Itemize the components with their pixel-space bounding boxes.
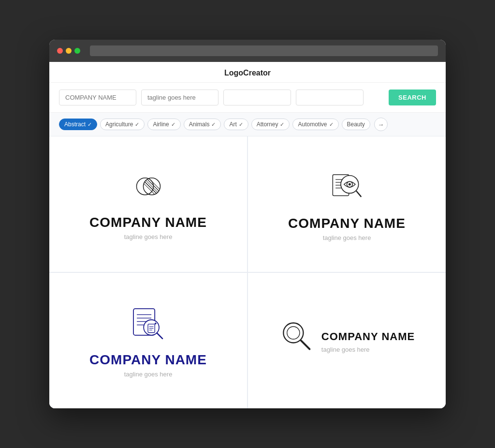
logo-card-3[interactable]: ✦ COMPANY NAME tagline goes here (49, 273, 247, 408)
logo-tagline-2: tagline goes here (323, 234, 371, 241)
svg-line-18 (357, 191, 361, 196)
filter-tag-beauty[interactable]: Beauty (342, 119, 370, 130)
check-icon-abstract: ✓ (87, 121, 92, 128)
logo-tagline-3: tagline goes here (124, 371, 173, 378)
check-icon-agriculture: ✓ (135, 121, 139, 128)
search-button[interactable]: SEARCH (389, 90, 436, 105)
logo-company-name-2: COMPANY NAME (288, 216, 406, 231)
filter-label-attorney: Attorney (257, 121, 278, 128)
filter-label-agriculture: Agriculture (105, 121, 133, 128)
filter-label-art: Art (229, 121, 236, 128)
filter-tag-airline[interactable]: Airline ✓ (147, 119, 180, 130)
company-name-input[interactable] (59, 90, 136, 105)
filter-label-animals: Animals (189, 121, 210, 128)
logo-company-name-3: COMPANY NAME (89, 352, 207, 368)
filter-label-automotive: Automotive (298, 121, 327, 128)
logo-icon-4 (279, 319, 313, 355)
logo-icon-2 (329, 169, 365, 207)
check-icon-automotive: ✓ (329, 121, 334, 128)
check-icon-attorney: ✓ (280, 121, 284, 128)
url-bar (90, 45, 438, 56)
filter-tag-agriculture[interactable]: Agriculture ✓ (100, 119, 145, 130)
titlebar (49, 40, 446, 62)
logo-tagline-4: tagline goes here (321, 346, 370, 353)
close-button[interactable] (57, 48, 63, 54)
traffic-lights (57, 48, 80, 54)
svg-point-17 (349, 183, 351, 186)
filter-tag-automotive[interactable]: Automotive ✓ (292, 119, 338, 130)
fullscreen-button[interactable] (74, 48, 80, 54)
svg-point-31 (283, 323, 303, 343)
app-title-text: LogoCreator (224, 69, 271, 77)
filter-tag-animals[interactable]: Animals ✓ (184, 119, 221, 130)
extra-input-1[interactable] (223, 90, 291, 105)
filter-bar: Abstract ✓ Agriculture ✓ Airline ✓ Anima… (49, 113, 446, 136)
app-window: LogoCreator SEARCH Abstract ✓ Agricultur… (49, 40, 446, 408)
extra-input-2[interactable] (296, 90, 364, 105)
filter-tag-abstract[interactable]: Abstract ✓ (59, 119, 97, 130)
filter-label-airline: Airline (153, 121, 169, 128)
svg-text:✦: ✦ (154, 321, 158, 326)
logo-icon-3: ✦ (130, 305, 166, 343)
logo-company-name-4: COMPANY NAME (321, 330, 415, 343)
app-title: LogoCreator (49, 62, 446, 83)
minimize-button[interactable] (66, 48, 72, 54)
svg-line-33 (301, 341, 310, 349)
filter-tag-art[interactable]: Art ✓ (224, 119, 248, 130)
filter-label-abstract: Abstract (64, 121, 86, 128)
logo-card-4[interactable]: COMPANY NAME tagline goes here (248, 273, 446, 408)
check-icon-airline: ✓ (171, 121, 175, 128)
logo-text-group-4: COMPANY NAME tagline goes here (321, 330, 415, 353)
svg-line-30 (157, 333, 162, 338)
logo-grid: COMPANY NAME tagline goes here (49, 136, 446, 408)
check-icon-art: ✓ (239, 121, 243, 128)
logo-company-name-1: COMPANY NAME (89, 215, 207, 230)
logo-icon-1 (131, 170, 165, 206)
check-icon-animals: ✓ (211, 121, 216, 128)
filter-label-beauty: Beauty (347, 121, 365, 128)
logo-tagline-1: tagline goes here (124, 233, 173, 240)
tagline-input[interactable] (141, 90, 218, 105)
logo-card-1[interactable]: COMPANY NAME tagline goes here (49, 136, 247, 272)
logo-card-2[interactable]: COMPANY NAME tagline goes here (248, 136, 446, 272)
search-bar: SEARCH (49, 83, 446, 113)
filter-next-button[interactable]: → (374, 118, 388, 131)
svg-line-6 (148, 178, 161, 190)
filter-tag-attorney[interactable]: Attorney ✓ (251, 119, 290, 130)
